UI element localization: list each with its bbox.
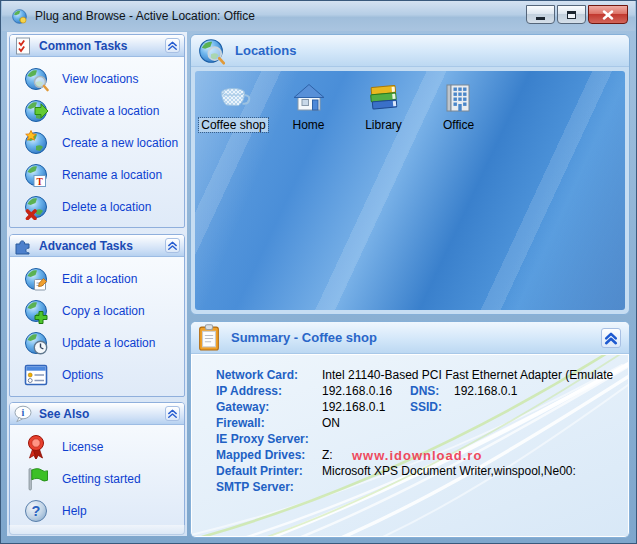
titlebar[interactable]: Plug and Browse - Active Location: Offic… [2,1,635,31]
summary-title: Summary - Coffee shop [231,330,377,345]
chevron-double-up-icon [166,238,179,253]
summary-field-value: 192.168.0.1 [454,384,517,398]
summary-header: Summary - Coffee shop [191,322,629,354]
chevron-double-up-icon [166,38,179,53]
sidebar-item-label: Getting started [62,472,141,486]
summary-panel: Summary - Coffee shop Network Ca [190,321,630,538]
sidebar-item-label: Edit a location [62,272,137,286]
globe-delete-icon [23,194,49,220]
sidebar-item-label: Copy a location [62,304,145,318]
globe-copy-icon [23,298,49,324]
sidebar-item-activate-location[interactable]: Activate a location [10,95,184,127]
sidebar: Common Tasks View locations Activate a l… [7,32,187,536]
globe-green-arrow-icon [23,98,49,124]
globe-magnifier-icon [197,37,225,65]
summary-field-label: Mapped Drives: [216,448,305,462]
globe-rename-icon: T [23,162,49,188]
summary-row: SMTP Server: [192,480,628,496]
summary-field-label: DNS: [410,384,439,398]
window-controls [526,5,628,24]
collapse-advanced-tasks-button[interactable] [165,238,180,253]
summary-field-label: SMTP Server: [216,480,294,494]
sidebar-item-label: Options [62,368,103,382]
sidebar-item-label: Update a location [62,336,155,350]
globe-magnifier-icon [23,66,49,92]
summary-row: IE Proxy Server: [192,432,628,448]
section-title: Advanced Tasks [39,239,133,253]
section-header-common-tasks[interactable]: Common Tasks [10,35,184,57]
summary-field-label: IP Address: [216,384,282,398]
app-window: Plug and Browse - Active Location: Offic… [0,0,637,544]
options-window-icon [23,362,49,388]
collapse-common-tasks-button[interactable] [165,38,180,53]
collapse-see-also-button[interactable] [165,406,180,421]
globe-clock-icon [23,330,49,356]
sidebar-item-edit-location[interactable]: Edit a location [10,263,184,295]
summary-field-label: Firewall: [216,416,265,430]
summary-content: Network Card: Intel 21140-Based PCI Fast… [192,355,628,536]
summary-row: Gateway: 192.168.0.1 SSID: [192,400,628,416]
sidebar-item-rename-location[interactable]: T Rename a location [10,159,184,191]
maximize-icon [567,11,576,19]
svg-text:T: T [37,177,44,187]
summary-row: IP Address: 192.168.0.16 DNS: 192.168.0.… [192,384,628,400]
location-item-library[interactable]: Library [347,81,420,132]
sidebar-item-label: Rename a location [62,168,162,182]
section-items: View locations Activate a location Creat… [10,57,184,223]
svg-text:?: ? [32,503,41,519]
section-title: Common Tasks [39,39,127,53]
section-header-see-also[interactable]: i See Also [10,403,184,425]
coffee-cup-icon [217,81,251,115]
sidebar-item-view-locations[interactable]: View locations [10,63,184,95]
location-item-coffee-shop[interactable]: Coffee shop [197,81,270,132]
close-icon [602,10,614,20]
section-items: Edit a location Copy a location Update a… [10,257,184,391]
svg-text:i: i [22,406,25,417]
location-label: Home [292,118,324,132]
sidebar-item-help[interactable]: ? Help [10,495,184,527]
location-label: Library [365,118,402,132]
sidebar-item-copy-location[interactable]: Copy a location [10,295,184,327]
info-bubble-icon: i [14,405,32,423]
sidebar-item-options[interactable]: Options [10,359,184,391]
watermark-text: www.idownload.ro [352,448,482,463]
sidebar-item-label: Activate a location [62,104,159,118]
ribbon-award-icon [23,434,49,460]
location-label: Office [443,118,474,132]
sidebar-item-create-location[interactable]: Create a new location [10,127,184,159]
sidebar-item-update-location[interactable]: Update a location [10,327,184,359]
close-button[interactable] [588,5,628,24]
sidebar-item-license[interactable]: License [10,431,184,463]
section-title: See Also [39,407,89,421]
chevron-double-up-icon [603,330,619,346]
locations-header: Locations [191,35,629,67]
globe-app-icon [11,8,28,25]
sidebar-item-getting-started[interactable]: Getting started [10,463,184,495]
summary-field-label: SSID: [410,400,442,414]
summary-field-label: IE Proxy Server: [216,432,309,446]
summary-field-value: ON [322,416,340,430]
section-common-tasks: Common Tasks View locations Activate a l… [9,34,185,228]
collapse-summary-button[interactable] [601,328,621,348]
minimize-button[interactable] [526,5,555,24]
building-icon [442,81,476,115]
maximize-button[interactable] [557,5,586,24]
clipboard-icon [197,324,221,351]
summary-field-value: Microsoft XPS Document Writer,winspool,N… [322,464,576,478]
checklist-icon [14,37,32,55]
location-item-office[interactable]: Office [422,81,495,132]
puzzle-icon [14,237,32,255]
location-item-home[interactable]: Home [272,81,345,132]
section-advanced-tasks: Advanced Tasks Edit a location Copy a lo… [9,234,185,397]
section-header-advanced-tasks[interactable]: Advanced Tasks [10,235,184,257]
section-items: License Getting started ? Help [10,425,184,527]
green-flag-icon [23,466,49,492]
summary-field-label: Default Printer: [216,464,303,478]
summary-field-value: Z: [322,448,333,462]
sidebar-item-delete-location[interactable]: Delete a location [10,191,184,223]
sidebar-item-label: Delete a location [62,200,151,214]
chevron-double-up-icon [166,406,179,421]
minimize-icon [536,17,545,20]
summary-field-label: Gateway: [216,400,269,414]
globe-edit-icon [23,266,49,292]
